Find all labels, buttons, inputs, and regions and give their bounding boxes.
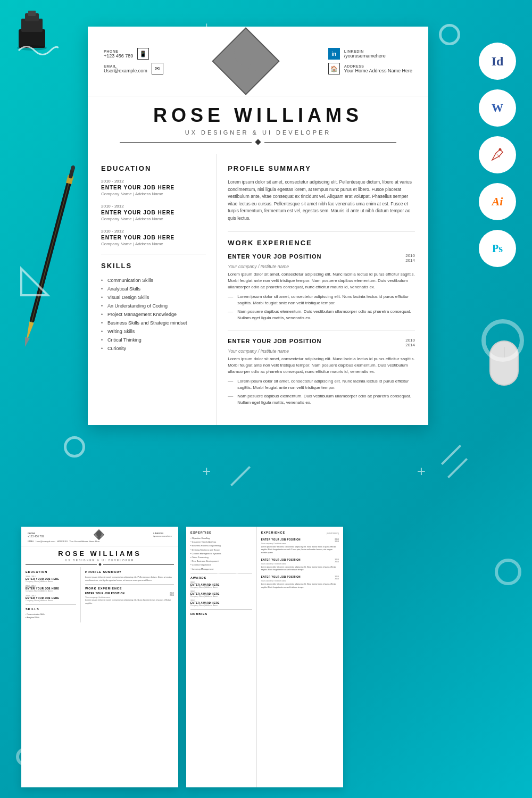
- work-bullet-2a: — Lorem ipsum dolor sit amet, consectetu…: [228, 378, 415, 391]
- email-contact: EMAIL User@example.com ✉: [104, 63, 163, 74]
- preview-exp-item-2: ENTER YOUR JOB POSITION 20102014 Your co…: [261, 559, 339, 572]
- preview-hobbies-title: HOBBIES: [190, 612, 252, 616]
- svg-point-15: [234, 38, 257, 66]
- skill-8: Critical Thinking: [101, 336, 206, 344]
- skills-list: Communication Skills Analytical Skills V…: [101, 276, 206, 353]
- preview-award-2: 2012 ENTER AWARD HERE Company Name | Add…: [190, 591, 252, 597]
- edu-item-2: 2010 - 2012 ENTER YOUR JOB HERE Company …: [101, 204, 206, 221]
- preview-skills-title-1: SKILLS: [26, 608, 76, 611]
- preview-linkedin-1: LINKEDIN /yourusernamehere: [153, 532, 172, 537]
- bullet-text-2b: Nam posuere dapibus elementum. Duis vest…: [237, 393, 415, 406]
- edu-company-2: Company Name | Address Name: [101, 217, 206, 221]
- contact-right: in LINKEDIN /yourusernamehere 🏠 ADDRESS …: [328, 48, 412, 74]
- preview-edu-1c: 2010 - 2012 ENTER YOUR JOB HERE Company …: [26, 595, 76, 602]
- preview-right-1: PROFILE SUMMARY Lorem ipsum dolor sit am…: [81, 567, 178, 622]
- svg-point-16: [96, 530, 102, 537]
- svg-rect-5: [29, 178, 72, 323]
- edu-job-3: ENTER YOUR JOB HERE: [101, 235, 206, 240]
- edu-item-1: 2010 - 2012 ENTER YOUR JOB HERE Company …: [101, 179, 206, 196]
- svg-rect-2: [25, 13, 39, 21]
- edu-company-1: Company Name | Address Name: [101, 192, 206, 196]
- preview-profile-text-1: Lorem ipsum dolor sit amet, consectetur …: [85, 576, 174, 582]
- pen-decoration: [13, 160, 86, 353]
- preview-exp-item-3: ENTER YOUR JOB POSITION 20102014 Your co…: [261, 576, 339, 589]
- preview-title-1: UX DESIGNER & UI DEVELOPER: [21, 559, 178, 562]
- edu-year-1: 2010 - 2012: [101, 179, 206, 184]
- right-divider-2: [228, 330, 415, 330]
- preview-award-3: 2012 ENTER AWARD HERE Company Name | Add…: [190, 600, 252, 606]
- preview-page-2: EXPERTISE • Objection Handling • Custome…: [186, 527, 343, 787]
- resume-name: ROSE WILLIAMS: [104, 104, 412, 127]
- photo-inner: [212, 28, 279, 95]
- preview-left-1: EDUCATION 2010 - 2012 ENTER YOUR JOB HER…: [21, 567, 81, 622]
- education-title: EDUCATION: [101, 164, 206, 172]
- profile-photo-container: [211, 37, 280, 85]
- resume-job-title: UX DESIGNER & UI DEVELOPER: [104, 129, 412, 136]
- contact-left: PHONE +123 456 789 📱 EMAIL User@example.…: [104, 48, 163, 74]
- contact-bar: PHONE +123 456 789 📱 EMAIL User@example.…: [104, 37, 412, 85]
- resume-right-column: PROFILE SUMMARY Lorem ipsum dolor sit am…: [217, 154, 428, 425]
- email-icon: ✉: [152, 63, 163, 74]
- work-header-1: ENTER YOUR JOB POSITION 20102014: [228, 253, 415, 263]
- skill-5: Project Management Knowledge: [101, 310, 206, 319]
- edu-company-3: Company Name | Address Name: [101, 242, 206, 246]
- preview-expertise-col: EXPERTISE • Objection Handling • Custome…: [186, 527, 257, 787]
- svg-rect-1: [21, 19, 43, 32]
- phone-contact: PHONE +123 456 789 📱: [104, 48, 163, 60]
- work-bullet-1a: — Lorem ipsum dolor sit amet, consectetu…: [228, 294, 415, 306]
- deco-slash-3: [230, 466, 251, 486]
- indesign-icon[interactable]: Id: [479, 43, 516, 80]
- skill-3: Visual Design Skills: [101, 293, 206, 302]
- work-bullet-1b: — Nam posuere dapibus elementum. Duis ve…: [228, 309, 415, 321]
- preview-experience-col: EXPERIENCE (CONTINUED) ENTER YOUR JOB PO…: [257, 527, 343, 787]
- preview-awards-title: AWARDS: [190, 576, 252, 579]
- word-icon[interactable]: W: [479, 89, 516, 127]
- skills-title: SKILLS: [101, 262, 206, 270]
- svg-rect-3: [28, 11, 36, 16]
- preview-header-1: PHONE +123 456 789 LINKEDIN /yourusernam…: [21, 527, 178, 546]
- svg-point-10: [70, 165, 76, 171]
- deco-circle-1: [439, 24, 460, 45]
- deco-slash-1: [441, 445, 461, 465]
- illustrator-icon[interactable]: Ai: [479, 183, 516, 220]
- edu-item-3: 2010 - 2012 ENTER YOUR JOB HERE Company …: [101, 229, 206, 246]
- address-contact: 🏠 ADDRESS Your Home Address Name Here: [328, 63, 412, 74]
- address-icon: 🏠: [328, 63, 340, 74]
- work-desc-1: Lorem ipsum dolor sit amet, consectetur …: [228, 271, 415, 290]
- preview-name-1: ROSE WILLIAMS: [21, 550, 178, 558]
- skill-2: Analytical Skills: [101, 285, 206, 293]
- preview-continued-label: (CONTINUED): [327, 533, 339, 535]
- svg-rect-9: [68, 168, 74, 179]
- pen-tool-icon[interactable]: [479, 136, 516, 173]
- svg-marker-12: [21, 269, 48, 295]
- work-item-2: ENTER YOUR JOB POSITION 20102014 Your co…: [228, 338, 415, 406]
- work-year-1: 20102014: [405, 253, 415, 263]
- resume-header: PHONE +123 456 789 📱 EMAIL User@example.…: [88, 27, 428, 96]
- bullet-text-1a: Lorem ipsum dolor sit amet, consectetur …: [237, 294, 415, 306]
- preview-edu-title-1: EDUCATION: [26, 570, 76, 573]
- triangle-decoration: [19, 261, 51, 300]
- resume-body: EDUCATION 2010 - 2012 ENTER YOUR JOB HER…: [88, 154, 428, 425]
- work-header-2: ENTER YOUR JOB POSITION 20102014: [228, 338, 415, 347]
- phone-icon: 📱: [137, 48, 149, 60]
- left-divider: [101, 254, 206, 254]
- work-company-2: Your company / Institute name: [228, 348, 415, 354]
- work-company-1: Your company / Institute name: [228, 264, 415, 269]
- skill-6: Business Skills and Strategic mindset: [101, 319, 206, 327]
- skill-7: Writing Skills: [101, 327, 206, 336]
- app-icons-panel: Id W Ai Ps: [479, 43, 516, 267]
- work-year-2: 20102014: [405, 338, 415, 347]
- edu-job-2: ENTER YOUR JOB HERE: [101, 210, 206, 215]
- preview-page-1: PHONE +123 456 789 LINKEDIN /yourusernam…: [21, 527, 178, 787]
- stamp-decoration: [8, 8, 56, 58]
- preview-work-title-1: WORK EXPERIENCE: [85, 587, 174, 590]
- deco-plus-2: +: [417, 463, 426, 480]
- profile-photo-diamond: [212, 27, 279, 95]
- bottom-preview-section: PHONE +123 456 789 LINKEDIN /yourusernam…: [0, 516, 532, 798]
- photoshop-icon[interactable]: Ps: [479, 230, 516, 267]
- name-divider: [120, 140, 396, 144]
- svg-line-11: [31, 178, 70, 322]
- svg-marker-6: [24, 321, 34, 343]
- right-divider-1: [228, 231, 415, 231]
- linkedin-icon: in: [328, 48, 340, 60]
